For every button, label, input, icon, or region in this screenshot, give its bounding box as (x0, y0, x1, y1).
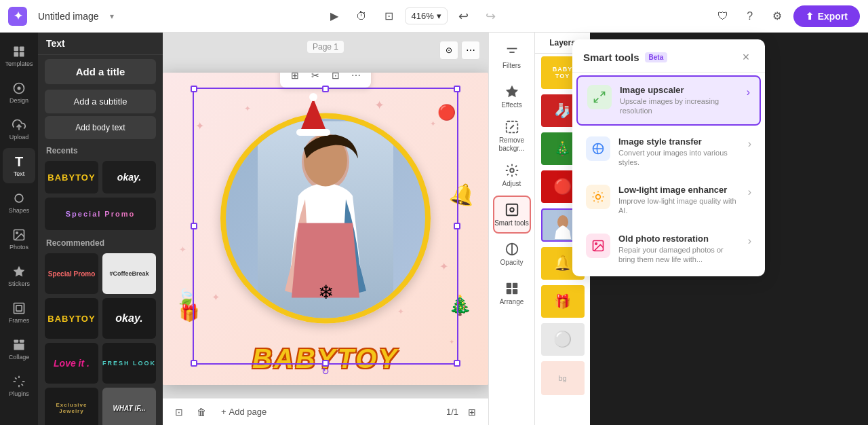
redo-button[interactable]: ↪ (480, 5, 502, 27)
zoom-control[interactable]: 416% ▾ (405, 7, 447, 24)
remove-bg-tool[interactable]: Remove backgr... (493, 117, 531, 155)
text-panel-header: Text (38, 33, 163, 55)
text-icon: T (15, 155, 23, 168)
rec-love-it[interactable]: Love it . (45, 343, 98, 384)
rec-fresh-look[interactable]: FRESH LOOK (102, 343, 156, 384)
rec-coffee-break[interactable]: #CoffeeBreak (102, 253, 156, 294)
page-label: Page 1 (307, 41, 344, 53)
upload-icon (12, 118, 26, 132)
lowlight-desc: Improve low-light image quality with AI. (618, 196, 740, 216)
upscaler-desc: Upscale images by increasing resolution (620, 96, 738, 116)
handle-tm[interactable] (322, 86, 329, 92)
rec-special-promo[interactable]: Special Promo (45, 253, 98, 294)
delete-canvas-button[interactable]: 🗑 (193, 404, 210, 420)
add-subtitle-button[interactable]: Add a subtitle (45, 90, 156, 113)
style-desc: Convert your images into various styles. (618, 148, 740, 168)
add-body-button[interactable]: Add body text (45, 116, 156, 139)
undo-button[interactable]: ↩ (453, 5, 475, 27)
handle-lm[interactable] (191, 223, 197, 229)
handle-br[interactable] (454, 360, 460, 367)
play-icon[interactable]: ▶ (323, 5, 345, 27)
sel-tool-expand[interactable]: ⊞ (285, 73, 304, 85)
add-page-button[interactable]: + Add page (216, 404, 272, 420)
canvas-more-button[interactable]: ⊙ (439, 41, 458, 60)
recommended-grid: Special Promo #CoffeeBreak BABYTOY okay.… (38, 251, 163, 425)
effects-tool[interactable]: Effects (493, 77, 531, 115)
help-icon[interactable]: ? (739, 5, 761, 27)
filters-tool[interactable]: Filters (493, 38, 531, 76)
arrange-tool[interactable]: Arrange (493, 274, 531, 312)
sidebar-item-stickers[interactable]: Stickers (3, 258, 35, 293)
file-dropdown-icon: ▾ (110, 12, 114, 21)
canvas-options-button[interactable]: ⋯ (461, 41, 480, 60)
smart-tool-item-upscaler[interactable]: Image upscaler Upscale images by increas… (576, 75, 761, 126)
page-counter: 1/1 (446, 407, 458, 417)
resize-icon[interactable]: ⊡ (378, 5, 399, 27)
photo-text: Old photo restoration Repair your damage… (618, 234, 740, 265)
bottom-bar: ⊡ 🗑 + Add page 1/1 ⊞ (163, 398, 488, 425)
file-name-button[interactable]: Untitled image (33, 8, 104, 24)
sidebar-item-templates[interactable]: Templates (3, 38, 35, 73)
stickers-icon (12, 265, 26, 278)
sel-tool-more[interactable]: ⋯ (347, 73, 366, 85)
lowlight-chevron: › (748, 186, 751, 198)
text-panel: Text Add a title Add a subtitle Add body… (38, 33, 163, 425)
sidebar-item-text[interactable]: T Text (3, 148, 35, 183)
smart-tool-item-lowlight[interactable]: Low-light image enhancer Improve low-lig… (576, 177, 761, 224)
rec-okay[interactable]: okay. (102, 298, 156, 339)
timer-icon[interactable]: ⏱ (351, 5, 372, 27)
copy-canvas-button[interactable]: ⊡ (171, 404, 187, 420)
sidebar-item-photos[interactable]: Photos (3, 221, 35, 257)
smart-tools-beta: Beta (645, 52, 668, 62)
settings-icon[interactable]: ⚙ (766, 5, 788, 27)
handle-bl[interactable] (191, 360, 197, 367)
recent-special-promo[interactable]: Special Promo (45, 198, 156, 230)
layer-8[interactable]: ⚪ (541, 323, 585, 356)
sidebar-item-collage[interactable]: Collage (3, 331, 35, 367)
exclusive-text: Exclusive Jewelry (45, 399, 98, 417)
style-title: Image style transfer (618, 136, 740, 147)
smart-tool-item-style[interactable]: Image style transfer Convert your images… (576, 128, 761, 176)
rec-exclusive[interactable]: Exclusive Jewelry (45, 388, 98, 425)
smart-tools-close[interactable]: × (738, 49, 754, 65)
style-icon (586, 136, 610, 161)
sel-tool-copy[interactable]: ⊡ (326, 73, 345, 85)
opacity-tool[interactable]: Opacity (493, 235, 531, 273)
svg-rect-37 (506, 289, 511, 294)
what-if-text: WHAT IF... (113, 405, 145, 412)
svg-point-43 (596, 195, 601, 200)
add-title-button[interactable]: Add a title (45, 59, 156, 84)
sidebar-item-frames[interactable]: Frames (3, 295, 35, 330)
svg-point-33 (510, 208, 514, 212)
handle-rm[interactable] (454, 223, 460, 229)
sidebar-item-plugins[interactable]: Plugins (3, 368, 35, 403)
svg-rect-0 (14, 46, 19, 51)
sidebar-item-upload[interactable]: Upload (3, 111, 35, 147)
rec-what-if[interactable]: WHAT IF... (102, 388, 156, 425)
text-label: Text (14, 170, 25, 177)
sel-tool-crop[interactable]: ✂ (306, 73, 325, 85)
layer-7[interactable]: 🎁 (541, 285, 585, 318)
photo-chevron: › (748, 235, 751, 247)
canvas-frame[interactable]: ✦ ✦ ✦ ✦ ✦ ✦ ✦ ✦ ✦ ✦ (163, 73, 488, 385)
adjust-tool[interactable]: Adjust (493, 156, 531, 194)
svg-line-41 (595, 98, 599, 103)
svg-point-7 (15, 194, 23, 202)
handle-tl[interactable] (191, 86, 197, 92)
shield-icon[interactable]: 🛡 (712, 5, 734, 27)
handle-tr[interactable] (454, 86, 460, 92)
style-text: Image style transfer Convert your images… (618, 136, 740, 168)
rec-babytoy[interactable]: BABYTOY (45, 298, 98, 339)
recent-okay[interactable]: okay. (102, 161, 156, 193)
recent-babytoy[interactable]: BABYTOY (45, 161, 98, 193)
export-button[interactable]: ⬆ Export (793, 5, 860, 27)
sidebar-item-design[interactable]: Design (3, 75, 35, 110)
sidebar-item-shapes[interactable]: Shapes (3, 185, 35, 220)
layer-9[interactable]: bg (541, 361, 585, 395)
photo-icon (586, 234, 610, 258)
smart-tool-item-photo[interactable]: Old photo restoration Repair your damage… (576, 225, 761, 273)
add-page-icon: + (221, 407, 226, 417)
smart-tools-tool[interactable]: Smart tools (493, 196, 531, 234)
fit-page-button[interactable]: ⊞ (464, 404, 480, 420)
svg-point-25 (309, 93, 317, 101)
